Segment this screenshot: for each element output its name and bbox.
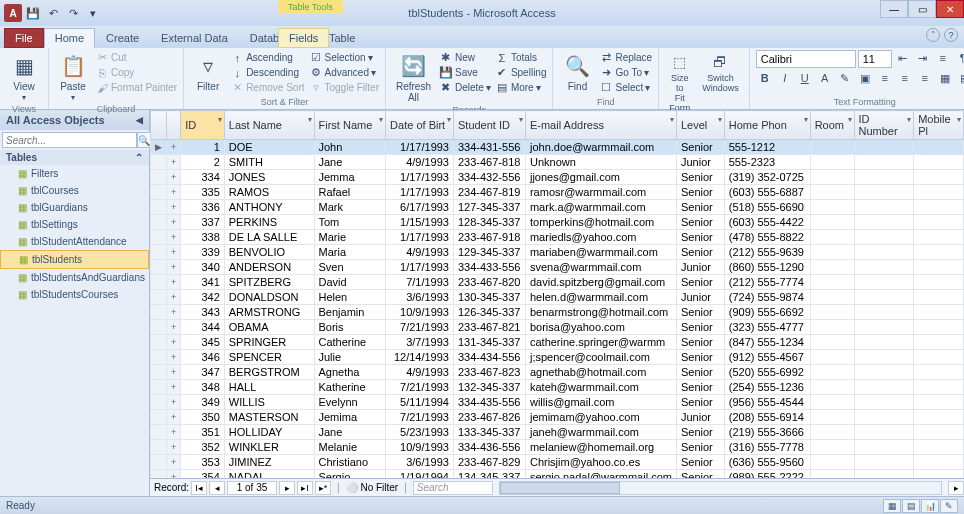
- cut-button[interactable]: ✂Cut: [95, 50, 177, 65]
- copy-button[interactable]: ⎘Copy: [95, 65, 177, 80]
- cell[interactable]: 3/7/1993: [386, 335, 454, 350]
- chevron-left-icon[interactable]: ◀: [136, 115, 143, 125]
- column-header[interactable]: Last Name▾: [224, 111, 314, 140]
- cell[interactable]: 10/9/1993: [386, 305, 454, 320]
- cell[interactable]: 1/17/1993: [386, 230, 454, 245]
- row-selector[interactable]: [151, 275, 167, 290]
- cell[interactable]: Senior: [676, 275, 724, 290]
- cell[interactable]: Junior: [676, 260, 724, 275]
- horizontal-scrollbar[interactable]: [499, 481, 942, 495]
- paste-button[interactable]: 📋Paste▾: [55, 50, 91, 104]
- view-button[interactable]: ▦View▾: [6, 50, 42, 104]
- row-selector[interactable]: [151, 320, 167, 335]
- expand-icon[interactable]: +: [167, 380, 181, 395]
- gridlines-icon[interactable]: ▦: [936, 70, 954, 86]
- cell[interactable]: 343: [181, 305, 225, 320]
- chart-view-button[interactable]: 📊: [921, 499, 939, 513]
- table-row[interactable]: +336ANTHONYMark6/17/1993127-345-337mark.…: [151, 200, 964, 215]
- row-selector[interactable]: [151, 455, 167, 470]
- cell[interactable]: 351: [181, 425, 225, 440]
- expand-icon[interactable]: +: [167, 410, 181, 425]
- cell[interactable]: jemimam@yahoo.com: [525, 410, 676, 425]
- cell[interactable]: Sven: [314, 260, 386, 275]
- minimize-button[interactable]: —: [880, 0, 908, 18]
- refresh-all-button[interactable]: 🔄Refresh All: [392, 50, 435, 105]
- dropdown-icon[interactable]: ▾: [670, 115, 674, 124]
- column-header[interactable]: Mobile Pl▾: [914, 111, 964, 140]
- cell[interactable]: (909) 555-6692: [724, 305, 810, 320]
- cell[interactable]: Senior: [676, 200, 724, 215]
- row-selector[interactable]: [151, 230, 167, 245]
- filter-button[interactable]: ▿Filter: [190, 50, 226, 94]
- cell[interactable]: Senior: [676, 350, 724, 365]
- cell[interactable]: 126-345-337: [453, 305, 525, 320]
- row-selector[interactable]: [151, 260, 167, 275]
- cell[interactable]: 344: [181, 320, 225, 335]
- expand-icon[interactable]: +: [167, 350, 181, 365]
- cell[interactable]: 1/17/1993: [386, 140, 454, 155]
- table-row[interactable]: +334JONESJemma1/17/1993334-432-556jjones…: [151, 170, 964, 185]
- cell[interactable]: DONALDSON: [224, 290, 314, 305]
- cell[interactable]: SMITH: [224, 155, 314, 170]
- cell[interactable]: 5/23/1993: [386, 425, 454, 440]
- row-selector[interactable]: [151, 155, 167, 170]
- expand-icon[interactable]: +: [167, 230, 181, 245]
- select-button[interactable]: ☐Select ▾: [599, 80, 652, 95]
- cell[interactable]: 352: [181, 440, 225, 455]
- cell[interactable]: Junior: [676, 155, 724, 170]
- nav-item-filters[interactable]: ▦Filters: [0, 165, 149, 182]
- ascending-button[interactable]: ↑Ascending: [230, 50, 304, 65]
- cell[interactable]: 233-467-829: [453, 455, 525, 470]
- cell[interactable]: 7/1/1993: [386, 275, 454, 290]
- cell[interactable]: Senior: [676, 455, 724, 470]
- dropdown-icon[interactable]: ▾: [447, 115, 451, 124]
- table-row[interactable]: +343ARMSTRONGBenjamin10/9/1993126-345-33…: [151, 305, 964, 320]
- cell[interactable]: sergio.nadal@warmmail.com: [525, 470, 676, 479]
- cell[interactable]: 4/9/1993: [386, 365, 454, 380]
- expand-icon[interactable]: +: [167, 365, 181, 380]
- column-header[interactable]: Room▾: [810, 111, 854, 140]
- column-header[interactable]: Student ID▾: [453, 111, 525, 140]
- cell[interactable]: 334-434-556: [453, 350, 525, 365]
- cell[interactable]: (636) 555-9560: [724, 455, 810, 470]
- new-record-button[interactable]: ▸*: [315, 481, 331, 495]
- expand-icon[interactable]: +: [167, 200, 181, 215]
- indent-decrease-icon[interactable]: ⇤: [894, 50, 912, 66]
- first-record-button[interactable]: I◂: [191, 481, 207, 495]
- cell[interactable]: janeh@warmmail.com: [525, 425, 676, 440]
- indent-increase-icon[interactable]: ⇥: [914, 50, 932, 66]
- table-row[interactable]: +339BENVOLIOMaria4/9/1993129-345-337mari…: [151, 245, 964, 260]
- cell[interactable]: SPENCER: [224, 350, 314, 365]
- expand-icon[interactable]: +: [167, 140, 181, 155]
- qat-undo-icon[interactable]: ↶: [44, 4, 62, 22]
- cell[interactable]: OBAMA: [224, 320, 314, 335]
- cell[interactable]: JONES: [224, 170, 314, 185]
- text-dir-icon[interactable]: ¶: [954, 50, 964, 66]
- table-row[interactable]: +338DE LA SALLEMarie1/17/1993233-467-918…: [151, 230, 964, 245]
- expand-icon[interactable]: +: [167, 335, 181, 350]
- row-selector[interactable]: [151, 245, 167, 260]
- cell[interactable]: 1/17/1993: [386, 185, 454, 200]
- cell[interactable]: tomperkins@hotmail.com: [525, 215, 676, 230]
- cell[interactable]: JIMINEZ: [224, 455, 314, 470]
- cell[interactable]: PERKINS: [224, 215, 314, 230]
- cell[interactable]: (847) 555-1234: [724, 335, 810, 350]
- tab-create[interactable]: Create: [95, 28, 150, 48]
- datasheet-view-button[interactable]: ▦: [883, 499, 901, 513]
- nav-item-tblsettings[interactable]: ▦tblSettings: [0, 216, 149, 233]
- cell[interactable]: 2: [181, 155, 225, 170]
- expand-icon[interactable]: +: [167, 305, 181, 320]
- table-row[interactable]: +341SPITZBERGDavid7/1/1993233-467-820dav…: [151, 275, 964, 290]
- cell[interactable]: 353: [181, 455, 225, 470]
- cell[interactable]: 342: [181, 290, 225, 305]
- cell[interactable]: DOE: [224, 140, 314, 155]
- scroll-right-button[interactable]: ▸: [948, 481, 964, 495]
- row-selector[interactable]: [151, 335, 167, 350]
- column-header[interactable]: E-mail Address▾: [525, 111, 676, 140]
- qat-customize-icon[interactable]: ▾: [84, 4, 102, 22]
- cell[interactable]: Agnetha: [314, 365, 386, 380]
- table-row[interactable]: +351HOLLIDAYJane5/23/1993133-345-337jane…: [151, 425, 964, 440]
- format-painter-button[interactable]: 🖌Format Painter: [95, 80, 177, 95]
- maximize-button[interactable]: ▭: [908, 0, 936, 18]
- cell[interactable]: ARMSTRONG: [224, 305, 314, 320]
